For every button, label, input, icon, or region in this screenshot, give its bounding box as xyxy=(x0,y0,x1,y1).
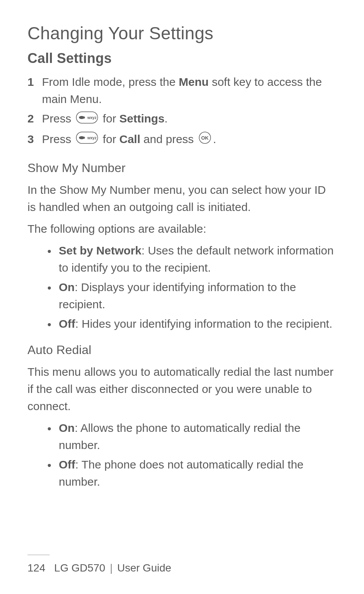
footer-divider xyxy=(27,555,50,555)
step-number: 1 xyxy=(27,73,40,90)
body-paragraph: In the Show My Number menu, you can sele… xyxy=(27,181,337,216)
footer-text: 124 LG GD570|User Guide xyxy=(27,562,337,574)
section-heading: Call Settings xyxy=(27,50,337,66)
bullet-item: Set by Network: Uses the default network… xyxy=(47,242,337,276)
step-text: From Idle mode, press the Menu soft key … xyxy=(42,73,337,108)
step-number: 3 xyxy=(27,130,40,148)
page-footer: 124 LG GD570|User Guide xyxy=(27,555,337,574)
svg-text:OK: OK xyxy=(201,135,209,141)
sub-heading: Show My Number xyxy=(27,161,337,175)
sub-heading: Auto Redial xyxy=(27,343,337,357)
bullet-item: Off: Hides your identifying information … xyxy=(47,315,337,332)
svg-point-1 xyxy=(79,116,84,119)
page-title: Changing Your Settings xyxy=(27,23,337,43)
wxyz-key-icon: wxyz xyxy=(76,111,98,128)
footer-separator: | xyxy=(110,562,113,574)
step-item: 2Press wxyz for Settings. xyxy=(27,110,337,128)
bullet-item: On: Displays your identifying informatio… xyxy=(47,278,337,313)
step-item: 3Press wxyz for Call and press OK . xyxy=(27,130,337,149)
steps-list: 1From Idle mode, press the Menu soft key… xyxy=(27,73,337,149)
bullet-item: Off: The phone does not automatically re… xyxy=(47,456,337,490)
step-number: 2 xyxy=(27,110,40,127)
svg-text:wxyz: wxyz xyxy=(87,116,97,120)
ok-key-icon: OK xyxy=(198,131,211,149)
bullet-item: On: Allows the phone to automatically re… xyxy=(47,419,337,454)
body-paragraph: The following options are available: xyxy=(27,220,337,237)
device-model: LG GD570 xyxy=(54,562,105,574)
bullet-list: Set by Network: Uses the default network… xyxy=(27,242,337,332)
step-item: 1From Idle mode, press the Menu soft key… xyxy=(27,73,337,108)
svg-point-4 xyxy=(79,136,84,139)
bullet-list: On: Allows the phone to automatically re… xyxy=(27,419,337,490)
guide-label: User Guide xyxy=(117,562,171,574)
step-text: Press wxyz for Call and press OK . xyxy=(42,130,337,149)
body-paragraph: This menu allows you to automatically re… xyxy=(27,363,337,415)
svg-text:wxyz: wxyz xyxy=(87,136,97,140)
page-number: 124 xyxy=(27,562,45,574)
step-text: Press wxyz for Settings. xyxy=(42,110,337,128)
wxyz-key-icon: wxyz xyxy=(76,131,98,148)
